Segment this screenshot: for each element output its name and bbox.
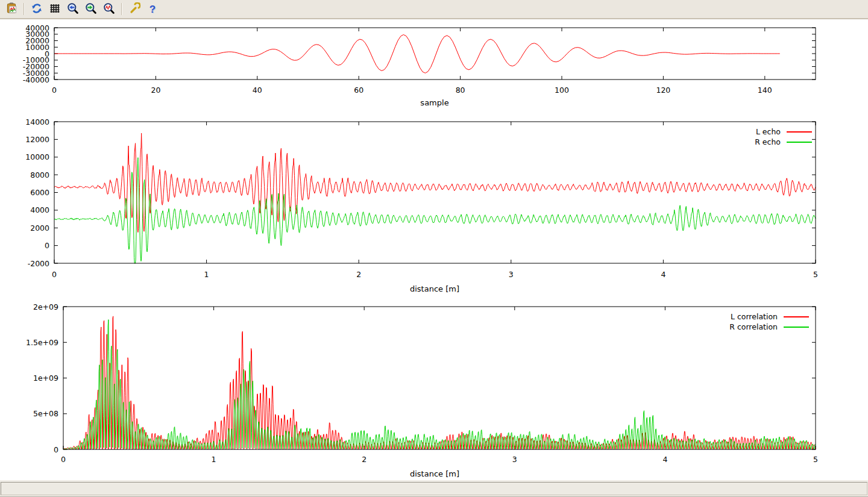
x-axis-label: distance [m] — [410, 469, 459, 478]
svg-text:0: 0 — [61, 455, 66, 464]
wrench-icon — [128, 2, 140, 16]
copy-plot-to-clipboard-button[interactable] — [4, 1, 19, 17]
replot-button[interactable] — [29, 1, 45, 17]
help-icon: ? — [149, 4, 156, 14]
svg-text:4: 4 — [662, 455, 667, 464]
echo-plot-area[interactable]: 012345-200002000400060008000100001200014… — [0, 111, 868, 301]
svg-text:0: 0 — [45, 241, 49, 250]
svg-text:6000: 6000 — [30, 188, 49, 197]
svg-text:4: 4 — [661, 270, 665, 279]
svg-text:8000: 8000 — [30, 170, 49, 180]
svg-text:5: 5 — [813, 455, 818, 464]
legend-line-sample — [787, 142, 812, 143]
toolbar-separator — [121, 3, 122, 15]
legend-label: R echo — [755, 137, 781, 146]
legend-label: L correlation — [731, 312, 778, 321]
svg-text:2000: 2000 — [30, 223, 49, 233]
svg-text:0: 0 — [52, 270, 57, 279]
pulse-chart: 020406080100120140-40000-30000-20000-100… — [0, 19, 868, 111]
svg-text:0: 0 — [54, 445, 58, 454]
svg-text:0: 0 — [52, 86, 57, 95]
svg-text:5e+08: 5e+08 — [33, 409, 58, 418]
svg-text:40: 40 — [253, 86, 262, 95]
svg-text:120: 120 — [656, 86, 670, 95]
svg-text:5: 5 — [813, 270, 818, 279]
zoom-previous-icon — [67, 2, 79, 16]
status-bar — [0, 482, 868, 497]
svg-text:-2000: -2000 — [28, 259, 49, 268]
plot-canvas: 020406080100120140-40000-30000-20000-100… — [0, 19, 868, 480]
zoom-previous-button[interactable] — [65, 1, 81, 17]
svg-text:20: 20 — [151, 86, 160, 95]
copy-plot-icon — [5, 2, 17, 16]
legend-line-sample — [784, 316, 809, 317]
svg-text:1e+09: 1e+09 — [33, 374, 58, 383]
svg-text:3: 3 — [509, 270, 514, 279]
svg-text:140: 140 — [758, 86, 772, 95]
svg-text:10000: 10000 — [25, 152, 49, 161]
svg-text:1: 1 — [204, 270, 209, 279]
legend-entry: L correlation — [729, 311, 809, 322]
zoom-next-icon — [85, 2, 97, 16]
correlation-legend: L correlation R correlation — [729, 311, 809, 332]
svg-text:1: 1 — [212, 455, 216, 464]
replot-icon — [31, 2, 43, 16]
status-field — [1, 482, 867, 495]
toggle-grid-button[interactable] — [47, 1, 63, 17]
svg-text:12000: 12000 — [25, 135, 49, 144]
svg-text:1.5e+09: 1.5e+09 — [26, 338, 58, 347]
help-button[interactable]: ? — [145, 1, 160, 17]
svg-text:100: 100 — [555, 86, 569, 95]
svg-text:2: 2 — [362, 455, 366, 464]
svg-text:2: 2 — [356, 270, 361, 279]
legend-label: L echo — [756, 127, 781, 136]
legend-entry: L echo — [755, 127, 812, 137]
legend-label: R correlation — [729, 322, 778, 331]
correlation-chart: 01234505e+081e+091.5e+092e+09 L correlat… — [0, 301, 868, 480]
svg-text:80: 80 — [456, 86, 465, 95]
configure-button[interactable] — [127, 1, 142, 17]
legend-line-sample — [784, 327, 809, 328]
toolbar-separator — [24, 3, 25, 15]
svg-text:3: 3 — [512, 455, 517, 464]
x-axis-label: distance [m] — [410, 284, 459, 293]
svg-text:14000: 14000 — [25, 117, 49, 127]
apply-zoom-button[interactable] — [101, 1, 117, 17]
echo-chart: 012345-200002000400060008000100001200014… — [0, 111, 868, 301]
svg-text:4000: 4000 — [30, 205, 49, 214]
svg-text:60: 60 — [354, 86, 363, 95]
legend-entry: R correlation — [729, 322, 809, 332]
legend-line-sample — [787, 131, 812, 133]
toolbar: ? — [0, 0, 868, 19]
zoom-next-button[interactable] — [83, 1, 99, 17]
gnuplot-window: ? 020406080100120140-40000-30000-20000-1… — [0, 0, 868, 497]
grid-icon — [49, 2, 61, 16]
apply-zoom-icon — [103, 2, 115, 16]
x-axis-label: sample — [420, 98, 448, 107]
echo-legend: L echo R echo — [755, 127, 812, 147]
legend-entry: R echo — [755, 137, 812, 147]
svg-text:2e+09: 2e+09 — [33, 302, 58, 311]
svg-text:40000: 40000 — [25, 23, 49, 33]
